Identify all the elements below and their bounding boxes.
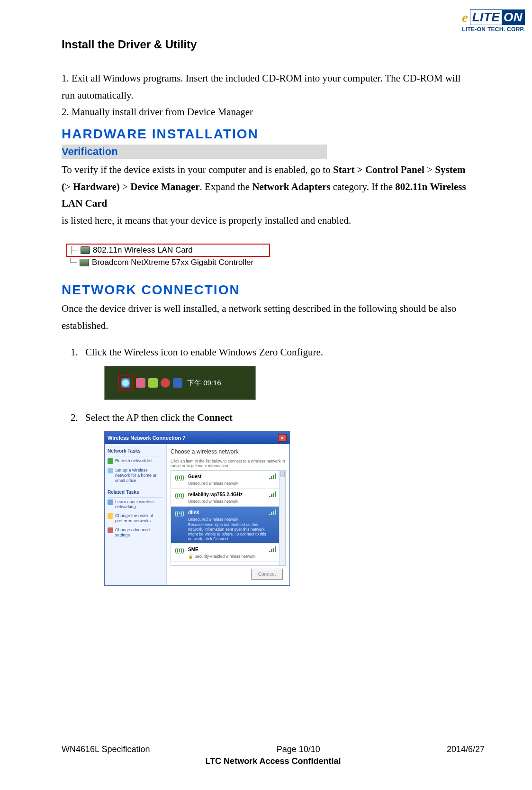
wireless-network-item: ((ı)) reliability-wp755-2.4GHzUnsecured … [171,489,285,507]
taskbar-clock: 下午 09:16 [187,377,221,389]
device-manager-entry: └─ Broadcom NetXtreme 57xx Gigabit Contr… [66,257,270,268]
tray-icon [161,378,170,388]
sidebar-task-advanced: Change advanced settings [108,527,163,538]
dialog-main-panel: Choose a wireless network Click an item … [167,444,289,585]
logo-subtitle: LITE-ON TECH. CORP. [462,26,525,33]
tree-branch-icon: └─ [68,258,77,267]
scrollbar [279,471,285,565]
device-manager-figure: ├─ 802.11n Wireless LAN Card └─ Broadcom… [66,244,270,268]
footer-page-number: Page 10/10 [277,745,320,754]
footer-spec: WN4616L Specification [62,745,150,754]
tray-icon [148,378,158,388]
wireless-network-item: ((ı)) SME🔒 Security-enabled wireless net… [171,544,285,562]
signal-icon: ((•)) [174,509,185,518]
nc-step-2: Select the AP then click the Connect Wir… [81,409,470,586]
subheading-verification: Verification [62,145,327,159]
sidebar-task-order: Change the order of preferred networks [108,513,163,524]
taskbar-figure: 下午 09:16 [104,366,256,400]
footer-date: 2014/6/27 [447,745,485,754]
signal-icon: ((ı)) [174,545,185,555]
dm-entry-label: Broadcom NetXtreme 57xx Gigabit Controll… [92,258,253,267]
page-title: Install the Driver & Utility [62,38,470,51]
dialog-sidebar: Network Tasks Refresh network list Set u… [105,444,167,585]
wireless-network-item-selected: ((•)) dlinkUnsecured wireless networkBec… [171,507,285,544]
tree-branch-icon: ├─ [69,246,78,254]
heading-hardware-installation: HARDWARE INSTALLATION [62,127,470,142]
setup-icon [108,468,113,473]
sidebar-heading: Network Tasks [108,446,163,456]
network-adapter-icon [81,246,90,254]
brand-logo: e LITE ON LITE-ON TECH. CORP. [462,9,525,33]
logo-lite-text: LITE [470,10,502,25]
signal-icon: ((ı)) [174,472,185,482]
sidebar-task-refresh: Refresh network list [108,458,163,464]
heading-network-connection: NETWORK CONNECTION [62,282,470,298]
wireless-network-item: ((ı)) RT305x_AP [171,562,285,566]
signal-icon: ((ı)) [174,563,185,566]
star-icon [108,513,113,519]
dialog-titlebar: Wireless Network Connection 7 × [105,432,289,445]
nc-steps-list: Click the Wireless icon to enable Window… [62,344,470,586]
info-icon [108,499,113,505]
tray-icon [173,378,182,388]
page-footer: WN4616L Specification Page 10/10 2014/6/… [62,745,485,766]
logo-swirl-icon: e [462,10,468,25]
sidebar-heading: Related Tasks [108,487,163,498]
logo-on-text: ON [502,10,524,25]
network-adapter-icon [80,259,89,266]
gear-icon [108,527,113,533]
signal-icon: ((ı)) [174,490,185,500]
lock-icon: 🔒 [188,554,193,559]
dm-entry-label: 802.11n Wireless LAN Card [93,245,193,255]
verification-paragraph: To verify if the device exists in your c… [62,162,470,229]
dialog-title-text: Wireless Network Connection 7 [108,434,185,443]
close-icon: × [278,434,287,442]
sidebar-task-learn: Learn about wireless networking [108,499,163,510]
taskbar-highlight-box [118,375,133,390]
connect-button: Connect [251,569,283,580]
tray-icon [136,378,145,388]
wireless-network-item: ((ı)) GuestUnsecured wireless network [171,471,285,489]
footer-confidential: LTC Network Access Confidential [62,756,485,766]
wireless-network-list: ((ı)) GuestUnsecured wireless network ((… [171,470,286,566]
intro-step-1: 1. Exit all Windows programs. Insert the… [62,70,470,104]
sidebar-task-setup: Set up a wireless network for a home or … [108,468,163,483]
panel-subtext: Click an item in the list below to conne… [171,459,286,468]
intro-step-2: 2. Manually install driver from Device M… [62,104,470,121]
wireless-tray-icon [121,378,130,388]
wireless-dialog-figure: Wireless Network Connection 7 × Network … [104,431,290,586]
nc-intro-paragraph: Once the device driver is well installed… [62,300,470,334]
panel-heading: Choose a wireless network [171,447,286,456]
nc-step-1: Click the Wireless icon to enable Window… [81,344,470,400]
device-manager-entry-highlighted: ├─ 802.11n Wireless LAN Card [66,244,270,257]
refresh-icon [108,458,113,464]
